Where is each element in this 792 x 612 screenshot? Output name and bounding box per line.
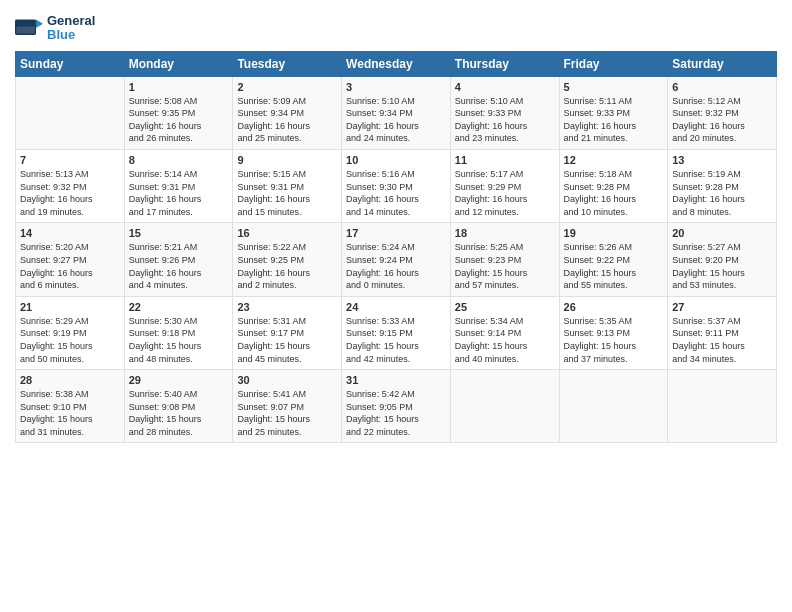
day-info: Sunrise: 5:33 AM Sunset: 9:15 PM Dayligh… <box>346 315 446 365</box>
day-info: Sunrise: 5:30 AM Sunset: 9:18 PM Dayligh… <box>129 315 229 365</box>
svg-marker-1 <box>36 20 43 28</box>
day-info: Sunrise: 5:24 AM Sunset: 9:24 PM Dayligh… <box>346 241 446 291</box>
day-number: 4 <box>455 81 555 93</box>
day-header-thursday: Thursday <box>450 51 559 76</box>
day-number: 5 <box>564 81 664 93</box>
day-number: 6 <box>672 81 772 93</box>
day-number: 28 <box>20 374 120 386</box>
day-header-monday: Monday <box>124 51 233 76</box>
day-info: Sunrise: 5:14 AM Sunset: 9:31 PM Dayligh… <box>129 168 229 218</box>
day-number: 7 <box>20 154 120 166</box>
logo-text: General Blue <box>47 14 95 43</box>
day-number: 13 <box>672 154 772 166</box>
day-header-friday: Friday <box>559 51 668 76</box>
day-info: Sunrise: 5:38 AM Sunset: 9:10 PM Dayligh… <box>20 388 120 438</box>
day-info: Sunrise: 5:25 AM Sunset: 9:23 PM Dayligh… <box>455 241 555 291</box>
calendar-cell: 27Sunrise: 5:37 AM Sunset: 9:11 PM Dayli… <box>668 296 777 369</box>
day-header-row: SundayMondayTuesdayWednesdayThursdayFrid… <box>16 51 777 76</box>
calendar-cell: 9Sunrise: 5:15 AM Sunset: 9:31 PM Daylig… <box>233 149 342 222</box>
day-number: 23 <box>237 301 337 313</box>
svg-rect-2 <box>16 27 34 34</box>
day-number: 8 <box>129 154 229 166</box>
calendar-cell: 13Sunrise: 5:19 AM Sunset: 9:28 PM Dayli… <box>668 149 777 222</box>
calendar-cell: 29Sunrise: 5:40 AM Sunset: 9:08 PM Dayli… <box>124 370 233 443</box>
day-number: 27 <box>672 301 772 313</box>
calendar-cell: 23Sunrise: 5:31 AM Sunset: 9:17 PM Dayli… <box>233 296 342 369</box>
logo-icon <box>15 14 43 42</box>
calendar-cell: 17Sunrise: 5:24 AM Sunset: 9:24 PM Dayli… <box>342 223 451 296</box>
day-info: Sunrise: 5:41 AM Sunset: 9:07 PM Dayligh… <box>237 388 337 438</box>
calendar-cell: 10Sunrise: 5:16 AM Sunset: 9:30 PM Dayli… <box>342 149 451 222</box>
day-number: 16 <box>237 227 337 239</box>
day-number: 10 <box>346 154 446 166</box>
week-row-2: 7Sunrise: 5:13 AM Sunset: 9:32 PM Daylig… <box>16 149 777 222</box>
day-number: 30 <box>237 374 337 386</box>
calendar-cell: 22Sunrise: 5:30 AM Sunset: 9:18 PM Dayli… <box>124 296 233 369</box>
day-number: 19 <box>564 227 664 239</box>
calendar-cell: 7Sunrise: 5:13 AM Sunset: 9:32 PM Daylig… <box>16 149 125 222</box>
day-info: Sunrise: 5:16 AM Sunset: 9:30 PM Dayligh… <box>346 168 446 218</box>
day-number: 14 <box>20 227 120 239</box>
day-number: 26 <box>564 301 664 313</box>
day-header-tuesday: Tuesday <box>233 51 342 76</box>
day-info: Sunrise: 5:31 AM Sunset: 9:17 PM Dayligh… <box>237 315 337 365</box>
day-number: 2 <box>237 81 337 93</box>
day-info: Sunrise: 5:13 AM Sunset: 9:32 PM Dayligh… <box>20 168 120 218</box>
calendar-cell: 14Sunrise: 5:20 AM Sunset: 9:27 PM Dayli… <box>16 223 125 296</box>
day-info: Sunrise: 5:10 AM Sunset: 9:33 PM Dayligh… <box>455 95 555 145</box>
day-number: 17 <box>346 227 446 239</box>
day-number: 9 <box>237 154 337 166</box>
week-row-5: 28Sunrise: 5:38 AM Sunset: 9:10 PM Dayli… <box>16 370 777 443</box>
calendar-cell: 28Sunrise: 5:38 AM Sunset: 9:10 PM Dayli… <box>16 370 125 443</box>
day-info: Sunrise: 5:35 AM Sunset: 9:13 PM Dayligh… <box>564 315 664 365</box>
day-info: Sunrise: 5:19 AM Sunset: 9:28 PM Dayligh… <box>672 168 772 218</box>
day-info: Sunrise: 5:12 AM Sunset: 9:32 PM Dayligh… <box>672 95 772 145</box>
day-header-wednesday: Wednesday <box>342 51 451 76</box>
day-number: 18 <box>455 227 555 239</box>
calendar-cell: 12Sunrise: 5:18 AM Sunset: 9:28 PM Dayli… <box>559 149 668 222</box>
day-number: 25 <box>455 301 555 313</box>
header: General Blue <box>15 10 777 43</box>
day-number: 22 <box>129 301 229 313</box>
day-number: 21 <box>20 301 120 313</box>
day-info: Sunrise: 5:15 AM Sunset: 9:31 PM Dayligh… <box>237 168 337 218</box>
day-info: Sunrise: 5:40 AM Sunset: 9:08 PM Dayligh… <box>129 388 229 438</box>
day-number: 15 <box>129 227 229 239</box>
calendar-cell: 4Sunrise: 5:10 AM Sunset: 9:33 PM Daylig… <box>450 76 559 149</box>
day-info: Sunrise: 5:11 AM Sunset: 9:33 PM Dayligh… <box>564 95 664 145</box>
day-info: Sunrise: 5:10 AM Sunset: 9:34 PM Dayligh… <box>346 95 446 145</box>
calendar-cell <box>16 76 125 149</box>
day-number: 1 <box>129 81 229 93</box>
calendar-cell: 6Sunrise: 5:12 AM Sunset: 9:32 PM Daylig… <box>668 76 777 149</box>
calendar-cell: 18Sunrise: 5:25 AM Sunset: 9:23 PM Dayli… <box>450 223 559 296</box>
week-row-4: 21Sunrise: 5:29 AM Sunset: 9:19 PM Dayli… <box>16 296 777 369</box>
day-number: 12 <box>564 154 664 166</box>
calendar-cell: 2Sunrise: 5:09 AM Sunset: 9:34 PM Daylig… <box>233 76 342 149</box>
day-number: 11 <box>455 154 555 166</box>
day-info: Sunrise: 5:34 AM Sunset: 9:14 PM Dayligh… <box>455 315 555 365</box>
calendar-cell: 1Sunrise: 5:08 AM Sunset: 9:35 PM Daylig… <box>124 76 233 149</box>
week-row-1: 1Sunrise: 5:08 AM Sunset: 9:35 PM Daylig… <box>16 76 777 149</box>
day-info: Sunrise: 5:29 AM Sunset: 9:19 PM Dayligh… <box>20 315 120 365</box>
calendar-cell: 25Sunrise: 5:34 AM Sunset: 9:14 PM Dayli… <box>450 296 559 369</box>
day-info: Sunrise: 5:17 AM Sunset: 9:29 PM Dayligh… <box>455 168 555 218</box>
calendar-cell: 5Sunrise: 5:11 AM Sunset: 9:33 PM Daylig… <box>559 76 668 149</box>
calendar-cell: 31Sunrise: 5:42 AM Sunset: 9:05 PM Dayli… <box>342 370 451 443</box>
page-container: General Blue SundayMondayTuesdayWednesda… <box>0 0 792 453</box>
calendar-cell: 21Sunrise: 5:29 AM Sunset: 9:19 PM Dayli… <box>16 296 125 369</box>
calendar-cell: 24Sunrise: 5:33 AM Sunset: 9:15 PM Dayli… <box>342 296 451 369</box>
day-info: Sunrise: 5:26 AM Sunset: 9:22 PM Dayligh… <box>564 241 664 291</box>
day-header-saturday: Saturday <box>668 51 777 76</box>
day-number: 20 <box>672 227 772 239</box>
week-row-3: 14Sunrise: 5:20 AM Sunset: 9:27 PM Dayli… <box>16 223 777 296</box>
day-number: 3 <box>346 81 446 93</box>
calendar-cell <box>668 370 777 443</box>
day-info: Sunrise: 5:22 AM Sunset: 9:25 PM Dayligh… <box>237 241 337 291</box>
day-number: 24 <box>346 301 446 313</box>
calendar-cell: 11Sunrise: 5:17 AM Sunset: 9:29 PM Dayli… <box>450 149 559 222</box>
day-header-sunday: Sunday <box>16 51 125 76</box>
day-info: Sunrise: 5:09 AM Sunset: 9:34 PM Dayligh… <box>237 95 337 145</box>
calendar-cell <box>559 370 668 443</box>
calendar-cell: 19Sunrise: 5:26 AM Sunset: 9:22 PM Dayli… <box>559 223 668 296</box>
day-info: Sunrise: 5:27 AM Sunset: 9:20 PM Dayligh… <box>672 241 772 291</box>
